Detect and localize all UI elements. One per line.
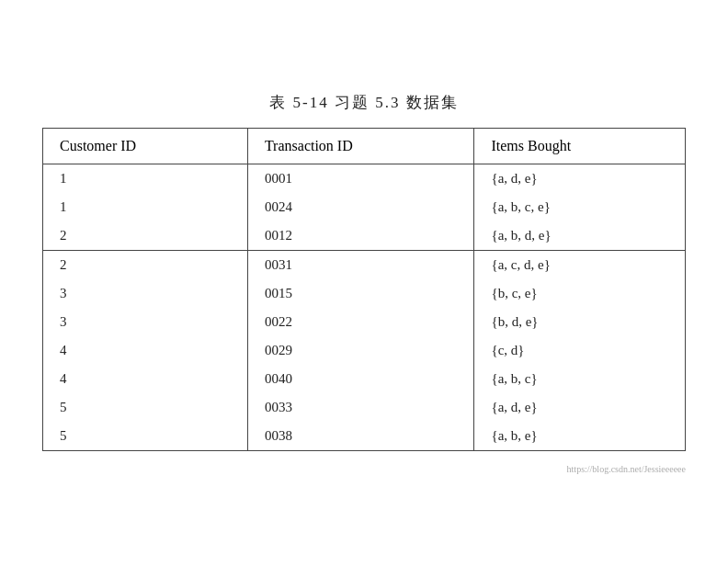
cell-customer-id: 3 (43, 308, 248, 336)
cell-transaction-id: 0022 (247, 308, 474, 336)
cell-customer-id: 5 (43, 393, 248, 422)
table-body: 1 0001 {a, d, e} 1 0024 {a, b, c, e} 2 0… (43, 164, 686, 451)
cell-items: {a, c, d, e} (474, 251, 686, 280)
cell-items: {c, d} (474, 336, 686, 365)
cell-items: {a, b, c, e} (474, 193, 686, 221)
col-items-bought: Items Bought (474, 129, 686, 164)
cell-customer-id: 1 (43, 193, 248, 221)
table-row: 1 0024 {a, b, c, e} (43, 193, 686, 221)
cell-transaction-id: 0040 (247, 365, 474, 393)
cell-customer-id: 3 (43, 279, 248, 308)
cell-customer-id: 5 (43, 422, 248, 451)
data-table: Customer ID Transaction ID Items Bought … (42, 128, 686, 451)
cell-transaction-id: 0031 (247, 251, 474, 280)
cell-transaction-id: 0012 (247, 221, 474, 251)
table-row: 5 0038 {a, b, e} (43, 422, 686, 451)
cell-items: {a, b, d, e} (474, 221, 686, 251)
table-row: 3 0015 {b, c, e} (43, 279, 686, 308)
table-title: 表 5-14 习题 5.3 数据集 (269, 92, 458, 113)
table-header-row: Customer ID Transaction ID Items Bought (43, 129, 686, 164)
cell-transaction-id: 0015 (247, 279, 474, 308)
cell-customer-id: 4 (43, 336, 248, 365)
table-row: 2 0031 {a, c, d, e} (43, 251, 686, 280)
cell-customer-id: 2 (43, 251, 248, 280)
cell-items: {a, d, e} (474, 164, 686, 194)
table-row: 3 0022 {b, d, e} (43, 308, 686, 336)
cell-transaction-id: 0024 (247, 193, 474, 221)
col-customer-id: Customer ID (43, 129, 248, 164)
cell-items: {a, d, e} (474, 393, 686, 422)
cell-transaction-id: 0029 (247, 336, 474, 365)
table-row: 4 0040 {a, b, c} (43, 365, 686, 393)
cell-customer-id: 1 (43, 164, 248, 194)
cell-items: {a, b, c} (474, 365, 686, 393)
col-transaction-id: Transaction ID (247, 129, 474, 164)
cell-items: {a, b, e} (474, 422, 686, 451)
cell-transaction-id: 0033 (247, 393, 474, 422)
table-row: 5 0033 {a, d, e} (43, 393, 686, 422)
cell-items: {b, c, e} (474, 279, 686, 308)
cell-transaction-id: 0001 (247, 164, 474, 194)
cell-customer-id: 2 (43, 221, 248, 251)
table-row: 4 0029 {c, d} (43, 336, 686, 365)
page-wrapper: 表 5-14 习题 5.3 数据集 Customer ID Transactio… (42, 92, 686, 474)
cell-transaction-id: 0038 (247, 422, 474, 451)
cell-customer-id: 4 (43, 365, 248, 393)
table-row: 2 0012 {a, b, d, e} (43, 221, 686, 251)
watermark: https://blog.csdn.net/Jessieeeeee (567, 464, 686, 474)
cell-items: {b, d, e} (474, 308, 686, 336)
table-row: 1 0001 {a, d, e} (43, 164, 686, 194)
